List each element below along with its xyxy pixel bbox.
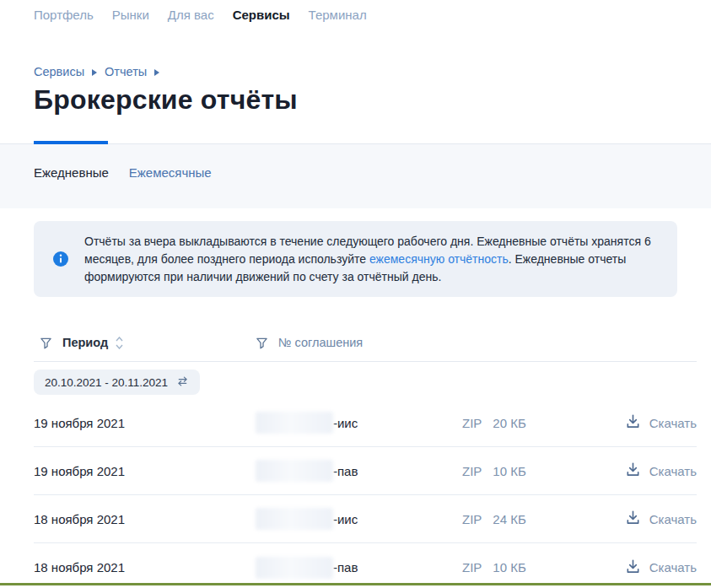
bottom-highlight-border [0,583,711,585]
breadcrumb-link-reports[interactable]: Отчеты [105,65,147,78]
nav-item-portfolio[interactable]: Портфель [34,8,94,22]
period-column-label: Период [62,336,108,349]
nav-item-markets[interactable]: Рынки [112,8,149,22]
monthly-reports-link[interactable]: ежемесячную отчётность [369,252,509,266]
file-info: ZIP 10 КБ [462,560,620,575]
column-header-agreement: № соглашения [256,336,363,349]
file-size: 10 КБ [493,560,525,575]
agreement-suffix: -иис [333,416,358,430]
report-row: 18 ноября 2021 -пав ZIP 10 КБ Скачать [34,543,697,588]
period-filter-icon[interactable] [40,337,52,349]
reports-table: 19 ноября 2021 -иис ZIP 20 КБ Скачать 19… [34,399,697,588]
report-row: 19 ноября 2021 -пав ZIP 10 КБ Скачать [34,447,697,495]
table-header: Период № соглашения [34,336,697,349]
download-label: Скачать [649,512,697,526]
agreement-suffix: -пав [333,464,358,478]
agreement-cell: -иис [256,412,462,434]
period-filter-chip[interactable]: 20.10.2021 - 20.11.2021 [34,370,200,395]
download-button[interactable]: Скачать [625,510,697,528]
file-info: ZIP 20 КБ [462,416,620,430]
file-format: ZIP [462,512,482,526]
file-info: ZIP 10 КБ [462,464,620,478]
agreement-suffix: -пав [333,560,358,575]
nav-item-services[interactable]: Сервисы [233,8,290,22]
report-row: 18 ноября 2021 -иис ZIP 24 КБ Скачать [34,495,697,543]
download-button[interactable]: Скачать [625,413,697,432]
agreement-cell: -иис [256,508,462,530]
report-date: 18 ноября 2021 [34,560,256,575]
report-type-tabs: Ежедневные Ежемесячные [34,165,212,180]
breadcrumb-arrow-icon [154,69,159,76]
breadcrumb-arrow-icon [92,69,97,76]
table-header-divider [34,361,697,362]
agreement-cell: -пав [256,460,462,482]
nav-item-for-you[interactable]: Для вас [168,8,214,22]
column-header-period: Период [34,336,256,349]
info-icon [53,251,68,267]
file-size: 10 КБ [493,464,525,478]
notice-text: Отчёты за вчера выкладываются в течение … [84,233,659,286]
active-tab-indicator [34,141,108,144]
file-info: ZIP 24 КБ [462,512,620,526]
download-label: Скачать [649,416,697,430]
agreement-cell: -пав [256,557,462,579]
agreement-suffix: -иис [333,512,358,526]
account-number-redacted [256,460,333,482]
download-icon [625,461,641,480]
breadcrumb: Сервисы Отчеты [34,65,159,78]
file-size: 24 КБ [493,512,525,526]
info-notice: Отчёты за вчера выкладываются в течение … [34,221,677,297]
breadcrumb-link-services[interactable]: Сервисы [34,65,84,78]
file-format: ZIP [462,416,482,430]
nav-item-terminal[interactable]: Терминал [309,8,367,22]
report-date: 19 ноября 2021 [34,416,256,430]
page-title: Брокерские отчёты [34,84,298,116]
report-date: 19 ноября 2021 [34,464,256,478]
download-label: Скачать [649,560,697,575]
file-format: ZIP [462,560,482,575]
account-number-redacted [256,412,333,434]
sort-icon[interactable] [116,337,123,349]
agreement-column-label: № соглашения [278,336,363,349]
download-button[interactable]: Скачать [625,461,697,480]
file-size: 20 КБ [493,416,525,430]
top-nav: Портфель Рынки Для вас Сервисы Терминал [34,8,367,22]
report-date: 18 ноября 2021 [34,512,256,526]
agreement-filter-icon[interactable] [256,337,268,349]
file-format: ZIP [462,464,482,478]
download-icon [625,510,641,528]
download-icon [625,558,641,577]
report-row: 19 ноября 2021 -иис ZIP 20 КБ Скачать [34,399,697,447]
account-number-redacted [256,557,333,579]
download-icon [625,413,641,432]
period-filter-value: 20.10.2021 - 20.11.2021 [45,376,168,389]
download-label: Скачать [649,464,697,478]
tab-monthly[interactable]: Ежемесячные [129,165,212,180]
account-number-redacted [256,508,333,530]
swap-arrows-icon[interactable] [176,376,189,389]
tab-daily[interactable]: Ежедневные [34,165,109,180]
download-button[interactable]: Скачать [625,558,697,577]
